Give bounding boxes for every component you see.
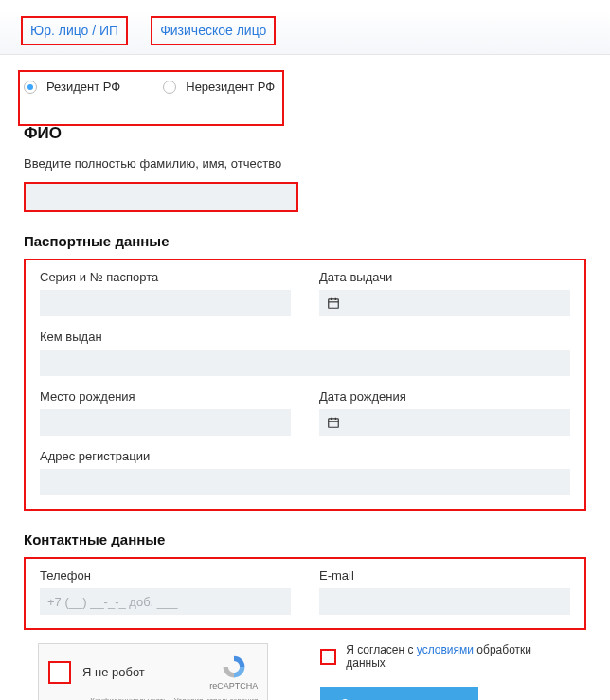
radio-nonresident-rf[interactable]: Нерезидент РФ <box>163 80 275 94</box>
svg-rect-0 <box>329 299 339 308</box>
reg-address-label: Адрес регистрации <box>40 449 570 463</box>
recaptcha-label: Я не робот <box>82 665 145 679</box>
consent-prefix: Я согласен с <box>346 643 417 656</box>
tab-legal-entity-label: Юр. лицо / ИП <box>30 23 118 38</box>
passport-issue-date-input[interactable] <box>319 290 570 316</box>
phone-input[interactable] <box>40 588 291 615</box>
radio-nonresident-rf-label: Нерезидент РФ <box>186 80 275 94</box>
birth-date-label: Дата рождения <box>319 389 570 404</box>
radio-resident-rf-label: Резидент РФ <box>46 80 120 94</box>
calendar-icon <box>327 416 340 429</box>
consent-checkbox[interactable] <box>320 649 336 665</box>
email-label: E-mail <box>319 568 570 583</box>
recaptcha-checkbox[interactable] <box>48 661 71 684</box>
calendar-icon <box>327 296 340 310</box>
recaptcha-icon <box>221 654 247 680</box>
passport-issued-by-input[interactable] <box>40 350 570 376</box>
fio-title: ФИО <box>24 124 586 143</box>
recaptcha-widget[interactable]: Я не робот reCAPTCHA Конфиденциальность … <box>38 643 268 700</box>
entity-type-tabs: Юр. лицо / ИП Физическое лицо <box>0 9 610 55</box>
phone-label: Телефон <box>40 568 291 583</box>
passport-issued-by-label: Кем выдан <box>40 330 570 344</box>
radio-indicator <box>163 81 176 94</box>
fio-input[interactable] <box>26 184 296 210</box>
contact-title: Контактные данные <box>24 531 586 547</box>
radio-resident-rf[interactable]: Резидент РФ <box>24 80 120 94</box>
svg-rect-4 <box>329 419 339 427</box>
passport-issue-date-label: Дата выдачи <box>319 270 570 284</box>
recaptcha-brand: reCAPTCHA <box>209 681 258 691</box>
reg-address-input[interactable] <box>40 469 570 495</box>
consent-row: Я согласен с условиями обработки данных <box>320 643 572 670</box>
passport-series-label: Серия и № паспорта <box>40 270 291 284</box>
consent-text: Я согласен с условиями обработки данных <box>346 643 572 670</box>
register-button[interactable]: Зарегистрироваться <box>320 687 478 700</box>
birth-place-label: Место рождения <box>40 389 291 404</box>
consent-terms-link[interactable]: условиями <box>417 643 474 656</box>
passport-series-input[interactable] <box>40 290 291 316</box>
tab-legal-entity[interactable]: Юр. лицо / ИП <box>19 9 130 54</box>
birth-place-input[interactable] <box>40 409 291 436</box>
contact-fieldset: Телефон E-mail <box>24 557 586 630</box>
residency-radio-group: Резидент РФ Нерезидент РФ <box>24 72 275 105</box>
recaptcha-legal: Конфиденциальность - Условия использован… <box>48 696 258 700</box>
passport-title: Паспортные данные <box>24 233 586 249</box>
radio-indicator <box>24 81 37 94</box>
birth-date-input[interactable] <box>319 409 570 436</box>
fio-helper: Введите полностью фамилию, имя, отчество <box>24 156 586 171</box>
passport-fieldset: Серия и № паспорта Дата выдачи Кем выдан <box>24 259 586 511</box>
tab-individual[interactable]: Физическое лицо <box>149 9 278 54</box>
tab-individual-label: Физическое лицо <box>160 23 266 38</box>
email-input[interactable] <box>319 588 570 615</box>
